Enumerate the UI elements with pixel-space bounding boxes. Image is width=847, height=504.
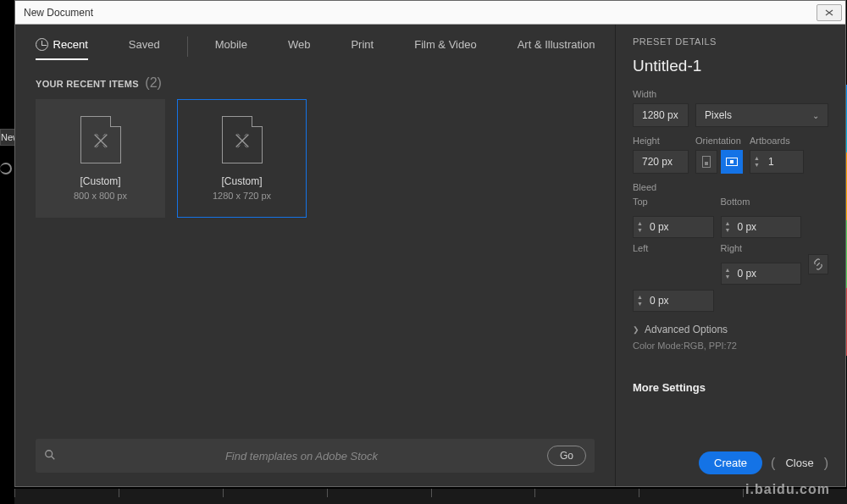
category-tabs: Recent Saved Mobile Web Print Film & Vid… (15, 25, 615, 65)
bleed-top-input[interactable]: ▲▼0 px (633, 216, 714, 238)
bleed-label: Bleed (633, 182, 828, 192)
document-icon (222, 116, 263, 163)
bleed-right-label: Right (721, 243, 802, 253)
bleed-bottom-input[interactable]: ▲▼0 px (721, 216, 802, 238)
document-icon (80, 116, 121, 163)
svg-point-0 (46, 450, 53, 457)
more-settings-button[interactable]: More Settings (633, 381, 828, 394)
bleed-top-label: Top (633, 197, 714, 207)
tab-recent[interactable]: Recent (36, 38, 88, 56)
tab-film-video[interactable]: Film & Video (414, 38, 476, 56)
advanced-options-toggle[interactable]: ❯ Advanced Options (633, 324, 828, 335)
unit-select[interactable]: Pixels ⌄ (695, 103, 828, 127)
step-down-icon[interactable]: ▼ (754, 162, 760, 169)
width-label: Width (633, 89, 828, 99)
artboards-label: Artboards (750, 136, 804, 146)
window-title: New Document (24, 7, 93, 19)
bleed-right-input[interactable]: ▲▼0 px (633, 290, 714, 312)
preset-name: [Custom] (221, 175, 262, 187)
clock-icon (36, 38, 48, 51)
height-label: Height (633, 136, 689, 146)
search-go-button[interactable]: Go (547, 446, 586, 466)
orientation-landscape-button[interactable] (721, 150, 743, 174)
search-bar: Go (36, 439, 595, 473)
portrait-icon (702, 156, 711, 168)
window-close-button[interactable] (817, 4, 842, 21)
width-input[interactable] (633, 103, 689, 127)
create-button[interactable]: Create (699, 451, 762, 474)
tab-print[interactable]: Print (351, 38, 374, 56)
preset-card[interactable]: [Custom] 800 x 800 px (36, 99, 165, 218)
tab-web[interactable]: Web (288, 38, 311, 56)
svg-line-1 (52, 456, 55, 459)
preset-dimensions: 1280 x 720 px (213, 191, 271, 201)
artboards-stepper[interactable]: ▲▼ 1 (750, 150, 804, 174)
height-input[interactable] (633, 150, 689, 174)
tab-saved[interactable]: Saved (129, 38, 160, 56)
titlebar: New Document (15, 1, 845, 25)
tab-divider (187, 36, 188, 57)
new-document-dialog: New Document Recent Saved Mobile Web Pri… (14, 0, 846, 487)
preset-dimensions: 800 x 800 px (74, 191, 127, 201)
orientation-label: Orientation (695, 136, 743, 146)
bleed-left-label: Left (633, 243, 714, 253)
preset-name: [Custom] (80, 175, 120, 187)
orientation-portrait-button[interactable] (695, 150, 717, 174)
preset-grid: [Custom] 800 x 800 px [Custom] 1280 x 72… (15, 99, 615, 218)
bleed-left-input[interactable]: ▲▼0 px (721, 263, 802, 285)
link-bleed-button[interactable] (808, 254, 828, 274)
preset-details-heading: PRESET DETAILS (633, 36, 828, 47)
search-icon (44, 449, 56, 463)
template-search-input[interactable] (64, 450, 539, 462)
chevron-right-icon: ❯ (633, 325, 639, 334)
preset-card[interactable]: [Custom] 1280 x 720 px (177, 99, 307, 218)
document-name[interactable]: Untitled-1 (633, 57, 828, 75)
tab-art-illustration[interactable]: Art & Illustration (518, 38, 595, 56)
bg-partial-tab: New (0, 129, 14, 146)
recent-items-count: (2) (145, 75, 162, 90)
bg-shape (0, 163, 12, 174)
step-up-icon[interactable]: ▲ (754, 155, 760, 162)
bg-ruler (14, 489, 847, 504)
bleed-bottom-label: Bottom (721, 197, 802, 207)
link-icon (812, 258, 824, 270)
color-mode-summary: Color Mode:RGB, PPI:72 (633, 341, 828, 351)
recent-items-heading: YOUR RECENT ITEMS (36, 79, 139, 89)
chevron-down-icon: ⌄ (812, 111, 819, 120)
landscape-icon (726, 158, 738, 166)
close-button[interactable]: Close (783, 453, 815, 473)
tab-mobile[interactable]: Mobile (215, 38, 247, 56)
